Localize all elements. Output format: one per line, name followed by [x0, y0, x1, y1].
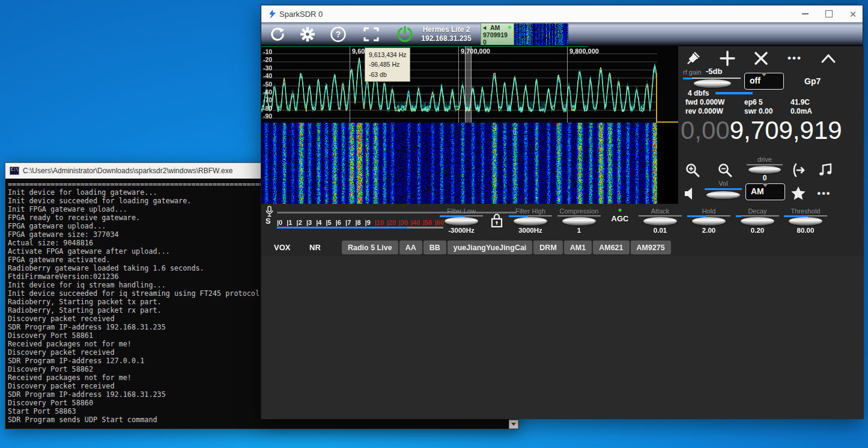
agc-toggle[interactable]: AGC	[612, 209, 629, 223]
knob-dial[interactable]	[514, 217, 547, 226]
waterfall-display[interactable]	[261, 123, 678, 204]
preset-button[interactable]: AM9275	[631, 241, 671, 254]
waterfall-thumbnail[interactable]	[514, 23, 568, 45]
settings-button[interactable]	[298, 25, 317, 44]
knob-track	[509, 215, 552, 216]
knob-value: 1	[554, 227, 604, 234]
s-meter-label: S	[266, 216, 271, 226]
mute-button[interactable]	[683, 186, 699, 201]
device-info[interactable]: Hermes Lite 2 192.168.31.235	[416, 25, 476, 43]
frequency-dim-digits: 0,00	[681, 116, 730, 144]
frequency-tooltip: 9,613,434 Hz -96,485 Hz -63 db	[365, 48, 410, 82]
knob-label: Compression	[554, 207, 604, 215]
close-receiver-button[interactable]	[751, 49, 771, 68]
tx-route-button[interactable]	[790, 162, 807, 179]
dbfs-level-bar	[715, 92, 753, 94]
s-tick-white: |6	[336, 219, 345, 226]
tuning-cursor[interactable]	[465, 46, 472, 123]
s-tick-white: |9	[365, 219, 375, 226]
s-tick-white: |8	[355, 219, 365, 226]
pin-icon	[686, 51, 700, 66]
toolbar: ? Hermes Lite 2 192.168.31.	[261, 22, 863, 46]
knob-dial[interactable]	[643, 217, 677, 226]
stat-ep: ep6 5	[744, 98, 763, 106]
close-button[interactable]: ✕	[848, 9, 858, 19]
rf-gain-knob[interactable]	[694, 79, 731, 88]
knob-filter-low[interactable]: Filter Low-3000Hz	[436, 207, 487, 234]
knob-threshold[interactable]: Threshold80.00	[780, 207, 831, 234]
knob-dial[interactable]	[692, 217, 726, 226]
preset-button[interactable]: BB	[423, 241, 446, 254]
refresh-button[interactable]	[268, 25, 287, 44]
help-button[interactable]: ?	[329, 25, 348, 44]
stat-current: 0.0mA	[791, 107, 812, 115]
knob-decay[interactable]: Decay0.20	[732, 207, 783, 234]
knob-track	[639, 215, 682, 216]
help-icon: ?	[330, 26, 347, 43]
knob-label: Decay	[732, 207, 783, 215]
drive-slider[interactable]	[747, 164, 783, 165]
maximize-button[interactable]	[824, 9, 834, 19]
rf-gain-slider[interactable]	[683, 78, 741, 79]
band-select-dropdown[interactable]: off	[744, 73, 784, 90]
spectrum-display[interactable]: -10-20-30-40-50-60-70-80-90 9,600,0009,7…	[261, 46, 678, 123]
preset-row: VOX NR Radio 5 LiveAABByueJiangYueJingCa…	[261, 238, 864, 256]
knob-dial[interactable]	[445, 217, 478, 226]
vox-toggle[interactable]: VOX	[274, 243, 290, 252]
knob-value: -3000Hz	[436, 227, 487, 234]
preset-button[interactable]: AM1	[564, 241, 592, 254]
preset-button[interactable]: AA	[399, 241, 422, 254]
knob-dial[interactable]	[741, 217, 774, 226]
more-options-button[interactable]: •••	[785, 52, 804, 64]
zoom-in-button[interactable]	[684, 162, 701, 179]
knob-value: 2.00	[684, 227, 734, 234]
drive-value: 0	[747, 174, 783, 182]
agc-label: AGC	[612, 214, 629, 223]
filter-lock-button[interactable]	[490, 212, 504, 229]
favorite-button[interactable]	[790, 185, 807, 201]
knob-filter-high[interactable]: Filter High3000Hz	[505, 207, 556, 234]
mode-select-dropdown[interactable]: AM	[745, 183, 785, 200]
fullscreen-button[interactable]	[362, 25, 381, 44]
chevron-up-icon	[821, 53, 836, 64]
music-note-icon	[818, 162, 834, 177]
add-receiver-button[interactable]	[718, 49, 737, 68]
pin-button[interactable]	[684, 50, 702, 67]
knob-hold[interactable]: Hold2.00	[684, 207, 734, 234]
knob-dial[interactable]	[562, 217, 596, 226]
knob-attack[interactable]: Attack0.01	[635, 207, 685, 234]
frequency-display[interactable]: 0,009,709,919	[681, 116, 842, 145]
zoom-out-icon	[717, 162, 733, 178]
preset-button[interactable]: AM621	[593, 241, 629, 254]
waterfall-canvas[interactable]	[261, 123, 657, 204]
zoom-out-button[interactable]	[717, 162, 733, 179]
sparksdr-titlebar[interactable]: SparkSDR 0 ✕	[261, 5, 863, 22]
frequency-active-digits: 9,709,919	[730, 116, 842, 144]
nr-toggle[interactable]: NR	[309, 243, 321, 252]
preset-button[interactable]: DRM	[533, 241, 562, 254]
preset-button[interactable]: yueJiangYueJingCai	[448, 241, 533, 254]
minimize-button[interactable]	[800, 9, 810, 19]
receiver-badge[interactable]: AM 9709919 0	[481, 23, 514, 45]
agc-active-dot	[618, 209, 621, 212]
vol-slider[interactable]	[705, 188, 742, 190]
window-title: SparkSDR 0	[279, 10, 323, 19]
spectrum-canvas[interactable]	[261, 46, 657, 123]
db-label: -10	[263, 48, 272, 55]
drive-knob[interactable]	[748, 166, 781, 174]
preset-button[interactable]: Radio 5 Live	[342, 241, 398, 254]
fullscreen-icon	[363, 26, 380, 42]
knob-dial[interactable]	[789, 217, 822, 226]
tooltip-offset: -96,485 Hz	[369, 60, 406, 69]
vol-knob[interactable]	[706, 191, 740, 199]
knob-compression[interactable]: Compression1	[554, 207, 604, 234]
scroll-down-button[interactable]	[509, 420, 518, 429]
power-button[interactable]	[395, 25, 414, 44]
collapse-button[interactable]	[819, 50, 838, 67]
rx-more-options-button[interactable]: •••	[814, 188, 834, 199]
badge-index: 0	[483, 38, 512, 46]
audio-stream-button[interactable]	[818, 161, 834, 179]
s-meter-scale: |0|1|2|3|4|5|6|7|8|9|10|20|30|40|50|60	[277, 216, 447, 227]
db-label: -60	[263, 88, 272, 96]
waterfall-thumbnail-canvas	[514, 23, 568, 45]
